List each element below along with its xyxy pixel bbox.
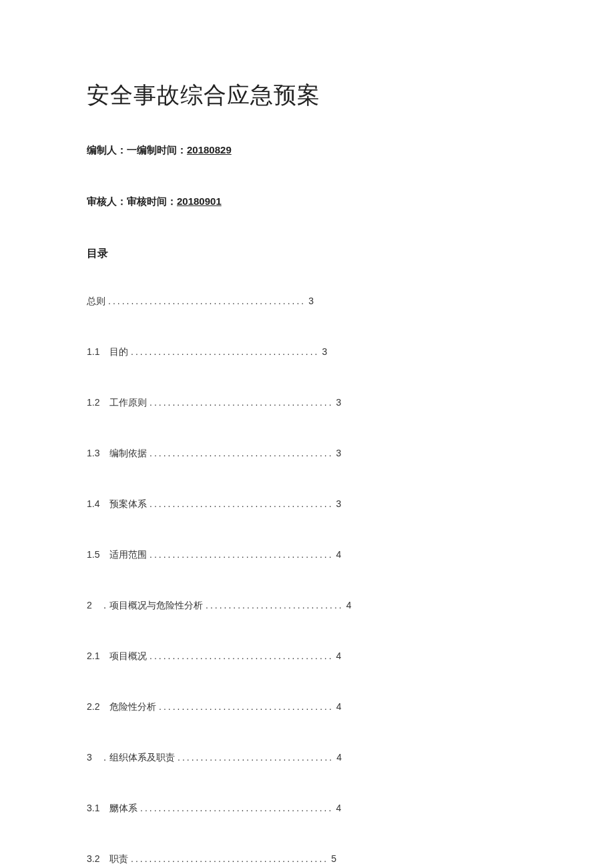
toc-entry: 1.3 编制依据 ...............................… [87, 448, 527, 460]
toc-page-num: 4 [334, 752, 342, 763]
toc-dots: ........................................… [105, 296, 306, 306]
toc-num: 1.4 [87, 498, 109, 509]
toc-entry: 2.1 项目概况 ...............................… [87, 650, 527, 663]
reviewer-line: 审核人：审核时间：20180901 [87, 195, 527, 208]
toc-num: 3 [87, 752, 100, 763]
toc-num: 3.2 [87, 853, 109, 864]
reviewer-prefix: 审核人：审核时间： [87, 195, 177, 207]
toc-num: 1.5 [87, 549, 109, 560]
toc-entry: 1.5 适用范围 ...............................… [87, 549, 527, 561]
toc-entry: 3.1 嬲体系 ................................… [87, 803, 527, 815]
toc-page-num: 4 [334, 549, 342, 560]
toc-label: 项目概况 [109, 650, 147, 663]
toc-label: ．组织体系及职责 [100, 752, 175, 764]
toc-entry: 1.4 预案体系 ...............................… [87, 498, 527, 510]
toc-page-num: 4 [334, 701, 342, 712]
toc-entry: 1.2 工作原则 ...............................… [87, 397, 527, 409]
toc-entry: 总则 .....................................… [87, 296, 527, 308]
toc-page-num: 5 [328, 853, 336, 864]
toc-dots: ...................................... [156, 701, 334, 712]
toc-entry: 1.1 目的 .................................… [87, 346, 527, 358]
document-title: 安全事故综合应急预案 [87, 80, 527, 111]
toc-page-num: 4 [344, 600, 352, 610]
toc-num: 2.1 [87, 650, 109, 661]
toc-dots: ........................................ [147, 397, 334, 408]
toc-num: 1.3 [87, 448, 109, 458]
toc-label: 危险性分析 [109, 701, 156, 713]
toc-label: ．项目概况与危险性分析 [100, 600, 203, 612]
toc-num: 1.2 [87, 397, 109, 408]
toc-label: 预案体系 [109, 498, 147, 510]
toc-label: 适用范围 [109, 549, 147, 561]
toc-label: 工作原则 [109, 397, 147, 409]
toc-num: 3.1 [87, 803, 109, 813]
toc-num: 2 [87, 600, 100, 610]
toc-page-num: 3 [334, 498, 342, 509]
toc-dots: .............................. [203, 600, 344, 610]
toc-dots: ........................................… [128, 853, 328, 864]
document-page: 安全事故综合应急预案 编制人：一编制时间：20180829 审核人：审核时间：2… [0, 0, 614, 868]
toc-dots: ........................................ [147, 448, 334, 458]
toc-page-num: 3 [319, 346, 327, 357]
toc-entry: 2.2 危险性分析 ..............................… [87, 701, 527, 713]
toc-label: 目的 [109, 346, 128, 358]
toc-dots: .................................. [175, 752, 334, 763]
toc-dots: ........................................ [147, 549, 334, 560]
author-prefix: 编制人：一编制时间： [87, 144, 187, 155]
toc-dots: ........................................ [147, 650, 334, 661]
toc-label: 编制依据 [109, 448, 147, 460]
toc-page-num: 4 [334, 650, 342, 661]
toc-label: 嬲体系 [109, 803, 137, 815]
toc-page-num: 4 [333, 803, 341, 813]
toc-num: 2.2 [87, 701, 109, 712]
toc-header: 目录 [87, 247, 527, 261]
author-date: 20180829 [187, 144, 232, 155]
toc-dots: ........................................… [137, 803, 333, 813]
toc-page-num: 3 [334, 448, 342, 458]
toc-label: 总则 [87, 296, 105, 308]
toc-dots: ........................................ [147, 498, 334, 509]
toc-label: 职责 [109, 853, 128, 865]
toc-entry: 3.2 职责 .................................… [87, 853, 527, 865]
reviewer-date: 20180901 [177, 195, 222, 207]
toc-num: 1.1 [87, 346, 109, 357]
toc-page-num: 3 [306, 296, 314, 306]
toc-entry: 3 ．组织体系及职责 .............................… [87, 752, 527, 764]
author-line: 编制人：一编制时间：20180829 [87, 144, 527, 157]
toc-dots: ........................................… [128, 346, 319, 357]
toc-entry: 2 ．项目概况与危险性分析 ..........................… [87, 600, 527, 612]
toc-page-num: 3 [334, 397, 342, 408]
